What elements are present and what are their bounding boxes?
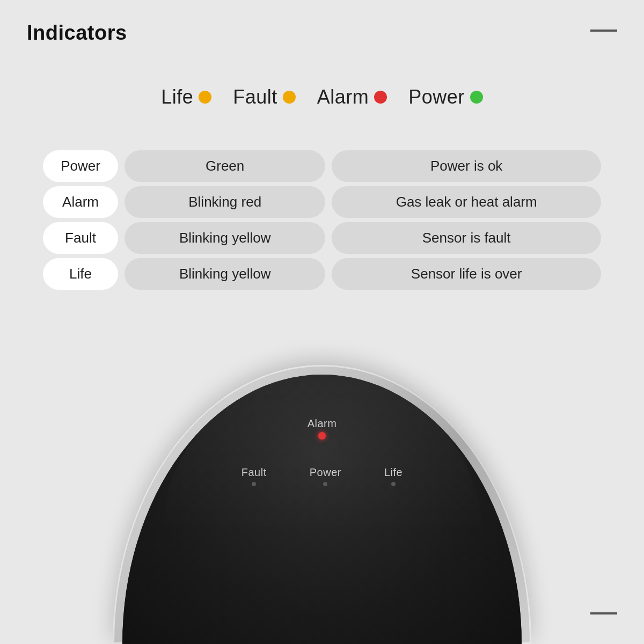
corner-decoration-tr [590,30,617,32]
legend-dot-power [470,91,483,104]
row-indicator-1: Blinking red [125,186,325,218]
device-alarm-label: Alarm [308,418,337,430]
legend-dot-life [199,91,211,104]
legend-item-fault: Fault [233,86,296,108]
row-label-1: Alarm [43,186,118,218]
legend-label-fault: Fault [233,86,277,108]
table-row: Fault Blinking yellow Sensor is fault [43,222,601,254]
legend-row: Life Fault Alarm Power [0,86,644,108]
row-description-3: Sensor life is over [332,258,601,290]
indicators-table: Power Green Power is ok Alarm Blinking r… [43,150,601,294]
device-fault-dot [252,482,256,486]
device-power-label: Power [310,466,341,479]
legend-item-alarm: Alarm [317,86,387,108]
legend-label-power: Power [408,86,465,108]
page-title: Indicators [27,21,127,45]
row-indicator-0: Green [125,150,325,182]
table-row: Power Green Power is ok [43,150,601,182]
device-alarm-dot [318,432,326,440]
row-description-0: Power is ok [332,150,601,182]
legend-item-power: Power [408,86,483,108]
device-power-indicator: Power [310,466,341,486]
row-label-3: Life [43,258,118,290]
device-life-label: Life [384,466,402,479]
row-label-2: Fault [43,222,118,254]
legend-label-alarm: Alarm [317,86,369,108]
row-label-0: Power [43,150,118,182]
row-indicator-3: Blinking yellow [125,258,325,290]
row-indicator-2: Blinking yellow [125,222,325,254]
legend-dot-fault [283,91,296,104]
device-bottom-indicators: Fault Power Life [241,466,402,486]
device-illustration: Alarm Fault Power Life [0,333,644,644]
device-alarm-indicator: Alarm [308,418,337,440]
table-row: Life Blinking yellow Sensor life is over [43,258,601,290]
legend-item-life: Life [161,86,211,108]
device-life-indicator: Life [384,466,402,486]
device-fault-label: Fault [241,466,267,479]
legend-label-life: Life [161,86,193,108]
device-life-dot [391,482,396,486]
device-outer-ring: Alarm Fault Power Life [113,365,531,644]
legend-dot-alarm [374,91,387,104]
device-fault-indicator: Fault [241,466,267,486]
table-row: Alarm Blinking red Gas leak or heat alar… [43,186,601,218]
device-face: Alarm Fault Power Life [122,375,522,644]
row-description-2: Sensor is fault [332,222,601,254]
device-power-dot [323,482,327,486]
row-description-1: Gas leak or heat alarm [332,186,601,218]
